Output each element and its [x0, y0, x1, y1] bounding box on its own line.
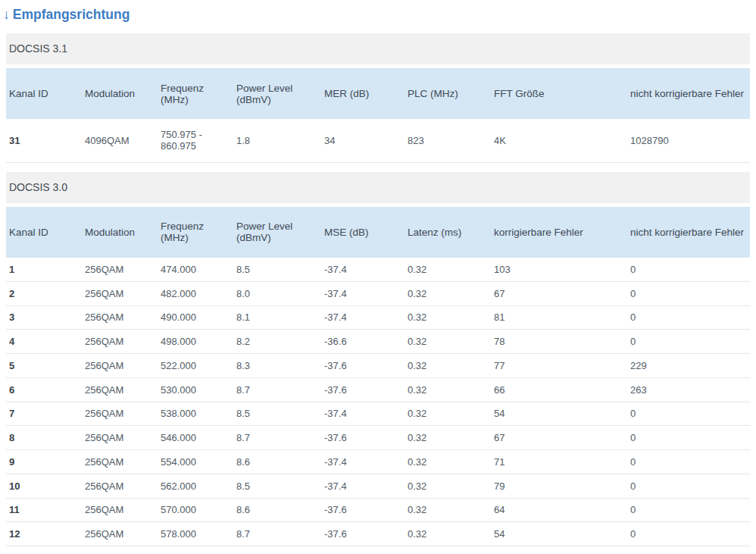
cell-nicht-korrigierbare-fehler: 229	[627, 354, 750, 378]
cell-korrigierbare-fehler: 64	[491, 498, 627, 522]
cell-latenz: 0.32	[405, 281, 491, 305]
cell-mse: -37.4	[321, 281, 405, 305]
cell-kanal-id: 3	[6, 305, 82, 330]
docsis-31-body: 314096QAM750.975 - 860.9751.8348234K1028…	[6, 119, 750, 162]
channel-row-11: 11256QAM570.0008.6-37.60.32640	[6, 498, 750, 522]
cell-korrigierbare-fehler: 66	[491, 377, 627, 402]
cell-mer: 34	[321, 119, 405, 162]
cell-power-level: 8.5	[233, 258, 321, 282]
cell-modulation: 256QAM	[82, 498, 158, 522]
cell-modulation: 256QAM	[82, 522, 158, 546]
cell-frequenz: 530.000	[158, 377, 233, 402]
cell-mse: -36.6	[321, 330, 405, 354]
channel-row-1: 1256QAM474.0008.5-37.40.321030	[6, 258, 750, 282]
cell-korrigierbare-fehler: 54	[491, 402, 627, 426]
cell-mse: -37.4	[321, 474, 405, 498]
column-header-kanal-id: Kanal ID	[6, 68, 82, 119]
channel-row-31: 314096QAM750.975 - 860.9751.8348234K1028…	[6, 119, 750, 162]
cell-nicht-korrigierbare-fehler: 1028790	[627, 119, 750, 162]
cell-kanal-id: 6	[6, 377, 82, 402]
docsis-30-section: DOCSIS 3.0 Kanal IDModulationFrequenz (M…	[6, 172, 750, 547]
cell-mse: -37.6	[321, 522, 405, 546]
cell-mse: -37.4	[321, 402, 405, 426]
cell-korrigierbare-fehler: 71	[491, 450, 627, 474]
column-header-kanal-id: Kanal ID	[6, 207, 82, 258]
column-header-latenz: Latenz (ms)	[405, 207, 491, 258]
cell-frequenz: 522.000	[158, 354, 233, 378]
cell-kanal-id: 5	[6, 354, 82, 378]
column-header-nicht-korrigierbare-fehler: nicht korrigierbare Fehler	[627, 207, 750, 258]
cell-frequenz: 482.000	[158, 281, 233, 305]
cell-frequenz: 490.000	[158, 305, 233, 330]
cell-kanal-id: 7	[6, 402, 82, 426]
cell-nicht-korrigierbare-fehler: 0	[627, 474, 750, 498]
column-header-frequenz: Frequenz (MHz)	[158, 207, 233, 258]
cell-mse: -37.4	[321, 258, 405, 282]
cell-power-level: 8.5	[233, 402, 321, 426]
cell-latenz: 0.32	[405, 330, 491, 354]
page-title-text: Empfangsrichtung	[13, 7, 130, 22]
cell-kanal-id: 12	[6, 522, 82, 546]
cell-nicht-korrigierbare-fehler: 0	[627, 281, 750, 305]
cell-korrigierbare-fehler: 79	[491, 474, 627, 498]
cell-modulation: 256QAM	[82, 330, 158, 354]
channel-row-5: 5256QAM522.0008.3-37.60.3277229	[6, 354, 750, 378]
cell-power-level: 8.1	[233, 305, 321, 330]
cell-korrigierbare-fehler: 67	[491, 426, 627, 450]
cell-frequenz: 554.000	[158, 450, 233, 474]
column-header-power-level: Power Level (dBmV)	[233, 68, 321, 119]
channel-row-10: 10256QAM562.0008.5-37.40.32790	[6, 474, 750, 498]
docsis-30-header-row: Kanal IDModulationFrequenz (MHz)Power Le…	[6, 207, 750, 258]
cell-fft-größe: 4K	[491, 119, 627, 162]
cell-modulation: 256QAM	[82, 426, 158, 450]
cell-modulation: 256QAM	[82, 450, 158, 474]
cell-nicht-korrigierbare-fehler: 0	[627, 522, 750, 546]
column-header-modulation: Modulation	[82, 68, 158, 119]
cell-power-level: 8.6	[233, 450, 321, 474]
cell-latenz: 0.32	[405, 354, 491, 378]
cell-power-level: 8.5	[233, 474, 321, 498]
cell-frequenz: 474.000	[158, 258, 233, 282]
column-header-modulation: Modulation	[82, 207, 158, 258]
cell-kanal-id: 10	[6, 474, 82, 498]
channel-row-3: 3256QAM490.0008.1-37.40.32810	[6, 305, 750, 330]
cell-mse: -37.6	[321, 426, 405, 450]
column-header-mer: MER (dB)	[321, 68, 405, 119]
column-header-nicht-korrigierbare-fehler: nicht korrigierbare Fehler	[627, 68, 750, 119]
cell-korrigierbare-fehler: 67	[491, 281, 627, 305]
cell-nicht-korrigierbare-fehler: 0	[627, 330, 750, 354]
cell-nicht-korrigierbare-fehler: 0	[627, 450, 750, 474]
cell-nicht-korrigierbare-fehler: 263	[627, 377, 750, 402]
docsis-30-channel-table: Kanal IDModulationFrequenz (MHz)Power Le…	[6, 207, 750, 547]
cell-modulation: 256QAM	[82, 474, 158, 498]
column-header-frequenz: Frequenz (MHz)	[158, 68, 233, 119]
cell-korrigierbare-fehler: 78	[491, 330, 627, 354]
down-arrow-icon: ↓	[3, 7, 10, 22]
channel-row-4: 4256QAM498.0008.2-36.60.32780	[6, 330, 750, 354]
cell-latenz: 0.32	[405, 426, 491, 450]
column-header-fft-größe: FFT Größe	[491, 68, 627, 119]
channel-row-8: 8256QAM546.0008.7-37.60.32670	[6, 426, 750, 450]
cell-power-level: 8.3	[233, 354, 321, 378]
cell-power-level: 8.7	[233, 377, 321, 402]
table-header-row: Kanal IDModulationFrequenz (MHz)Power Le…	[6, 207, 750, 258]
cell-frequenz: 538.000	[158, 402, 233, 426]
channel-row-2: 2256QAM482.0008.0-37.40.32670	[6, 281, 750, 305]
cell-kanal-id: 4	[6, 330, 82, 354]
cell-frequenz: 750.975 - 860.975	[158, 119, 233, 162]
channel-row-9: 9256QAM554.0008.6-37.40.32710	[6, 450, 750, 474]
cell-kanal-id: 1	[6, 258, 82, 282]
cell-nicht-korrigierbare-fehler: 0	[627, 426, 750, 450]
section-header-docsis-31: DOCSIS 3.1	[6, 33, 750, 64]
cell-nicht-korrigierbare-fehler: 0	[627, 258, 750, 282]
cell-mse: -37.6	[321, 498, 405, 522]
cell-modulation: 256QAM	[82, 258, 158, 282]
cell-power-level: 8.7	[233, 426, 321, 450]
cell-latenz: 0.32	[405, 402, 491, 426]
cell-mse: -37.6	[321, 354, 405, 378]
cell-modulation: 256QAM	[82, 402, 158, 426]
cell-kanal-id: 11	[6, 498, 82, 522]
cell-kanal-id: 9	[6, 450, 82, 474]
cell-mse: -37.4	[321, 305, 405, 330]
cell-kanal-id: 31	[6, 119, 82, 162]
